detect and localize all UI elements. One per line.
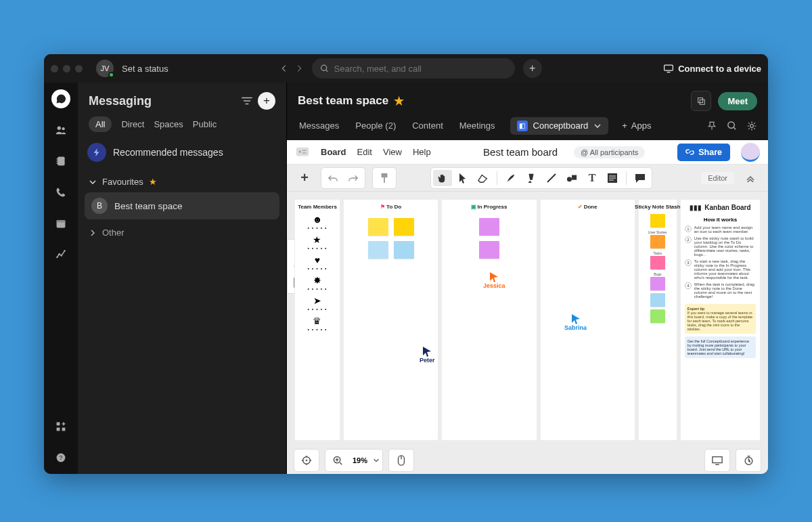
user-avatar[interactable]: JV — [96, 60, 114, 77]
nav-forward-button[interactable] — [294, 64, 304, 73]
sticky-note[interactable] — [394, 218, 414, 236]
sticky-note[interactable] — [479, 218, 499, 236]
pan-tool[interactable] — [433, 170, 452, 186]
sidebar-title: Messaging — [89, 94, 152, 108]
svg-rect-6 — [57, 160, 58, 162]
chevron-down-icon[interactable] — [373, 457, 380, 464]
svg-rect-9 — [57, 220, 66, 222]
nav-help[interactable]: ? — [51, 448, 70, 467]
add-button[interactable]: + — [295, 170, 314, 186]
sticky-note[interactable] — [650, 256, 665, 269]
nav-analytics[interactable] — [51, 245, 70, 264]
svg-rect-14 — [57, 422, 60, 426]
sticky-note[interactable] — [650, 214, 665, 227]
text-tool[interactable]: T — [583, 170, 602, 186]
nav-apps[interactable] — [51, 417, 70, 436]
svg-rect-1 — [664, 65, 673, 70]
filter-public[interactable]: Public — [193, 119, 217, 129]
present-button[interactable] — [708, 452, 727, 469]
menu-board[interactable]: Board — [321, 147, 346, 157]
filter-button[interactable] — [242, 96, 252, 106]
search-input[interactable] — [334, 64, 507, 74]
zoom-button[interactable] — [328, 452, 347, 469]
comment-tool[interactable] — [631, 170, 650, 186]
eraser-tool[interactable] — [474, 170, 493, 186]
add-apps-button[interactable]: + Apps — [622, 121, 651, 131]
nav-back-button[interactable] — [279, 64, 289, 73]
undo-button[interactable] — [323, 170, 342, 186]
nav-teams[interactable] — [51, 152, 70, 171]
search-in-space-button[interactable] — [727, 121, 737, 131]
other-section[interactable]: Other — [83, 219, 281, 246]
nav-calendar[interactable] — [51, 214, 70, 233]
meet-button[interactable]: Meet — [718, 92, 757, 110]
menu-view[interactable]: View — [383, 147, 402, 157]
sticky-note[interactable] — [650, 293, 665, 307]
conceptboard-app-icon: ◧ — [517, 121, 528, 131]
chevron-down-icon — [89, 178, 97, 186]
global-search[interactable] — [312, 58, 515, 79]
shape-tool[interactable] — [562, 170, 581, 186]
timer-button[interactable] — [739, 452, 758, 469]
format-painter-button[interactable] — [375, 170, 394, 186]
locate-button[interactable] — [297, 452, 316, 469]
sticky-note[interactable] — [479, 241, 499, 259]
col-in-progress: ▣In Progress — [442, 200, 536, 440]
sticky-note[interactable] — [368, 218, 388, 236]
cb-canvas[interactable]: Team Members ☻• • • • • ★• • • • • ♥• • … — [287, 192, 768, 474]
nav-contacts[interactable] — [51, 121, 70, 139]
zoom-level[interactable]: 19% — [350, 456, 370, 464]
star-icon[interactable]: ★ — [394, 94, 404, 108]
role-chip[interactable]: Editor — [701, 172, 734, 184]
menu-edit[interactable]: Edit — [357, 147, 372, 157]
tab-conceptboard[interactable]: ◧ Conceptboard — [510, 117, 609, 135]
nav-calls[interactable] — [51, 183, 70, 202]
mouse-mode-button[interactable] — [392, 452, 411, 469]
sticky-note[interactable] — [650, 277, 665, 290]
svg-point-0 — [321, 65, 326, 70]
tab-people[interactable]: People (2) — [354, 116, 397, 135]
status-button[interactable]: Set a status — [122, 64, 168, 74]
pin-icon[interactable] — [706, 121, 717, 131]
participants-chip[interactable]: @ All participants — [574, 146, 645, 158]
favorites-section[interactable]: Favourites ★ — [83, 171, 281, 192]
member-bulb-icon: ✸ — [313, 275, 321, 286]
nav-messaging[interactable] — [51, 89, 70, 108]
filter-spaces[interactable]: Spaces — [154, 119, 183, 129]
connect-device-button[interactable]: Connect to a device — [663, 63, 761, 74]
settings-button[interactable] — [746, 121, 757, 131]
tab-meetings[interactable]: Meetings — [458, 116, 497, 135]
sticky-note[interactable] — [650, 235, 665, 248]
menu-help[interactable]: Help — [413, 147, 431, 157]
nav-arrows — [279, 64, 304, 73]
filter-direct[interactable]: Direct — [121, 119, 144, 129]
new-action-button[interactable]: + — [523, 59, 542, 78]
tab-messages[interactable]: Messages — [298, 116, 340, 135]
select-tool[interactable] — [453, 170, 472, 186]
cb-logo-icon[interactable] — [295, 145, 310, 160]
pen-tool[interactable] — [501, 170, 520, 186]
svg-point-2 — [58, 127, 61, 130]
svg-point-22 — [750, 124, 754, 127]
sticky-note[interactable] — [368, 241, 388, 259]
sticky-note[interactable] — [650, 309, 665, 323]
svg-point-21 — [728, 121, 734, 127]
line-tool[interactable] — [542, 170, 561, 186]
redo-button[interactable] — [344, 170, 363, 186]
tab-content[interactable]: Content — [411, 116, 445, 135]
recommended-messages-row[interactable]: Recommended messages — [83, 139, 281, 171]
svg-point-24 — [299, 150, 302, 153]
new-message-button[interactable]: + — [258, 92, 275, 110]
filter-all[interactable]: All — [89, 116, 112, 132]
share-button[interactable]: Share — [677, 144, 730, 161]
cb-user-avatar[interactable] — [741, 143, 760, 162]
chat-icon — [55, 93, 66, 104]
chart-icon: ▮▮▮ — [690, 204, 702, 211]
copy-link-button[interactable] — [691, 91, 711, 111]
expand-button[interactable] — [741, 170, 760, 186]
sticky-tool[interactable] — [603, 170, 622, 186]
space-item-best-team[interactable]: B Best team space — [85, 192, 279, 219]
marker-tool[interactable] — [522, 170, 541, 186]
sticky-note[interactable] — [394, 241, 414, 259]
board-name[interactable]: Best team board — [483, 146, 558, 158]
